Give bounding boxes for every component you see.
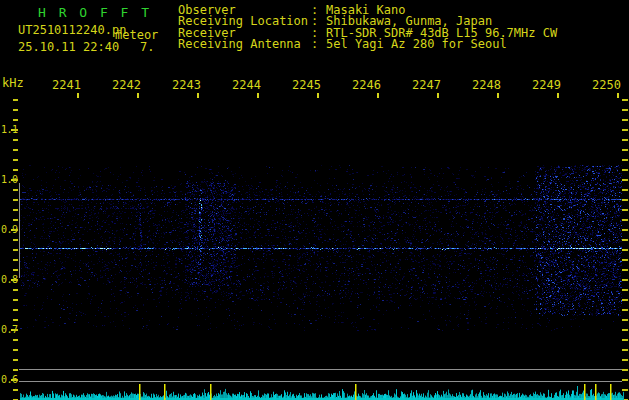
- time-label-2243: 2243: [172, 79, 201, 91]
- freq-unit-label: kHz: [2, 77, 24, 89]
- filename-label: UT2510112240.pn: [18, 24, 126, 36]
- station-info: Observer : Masaki Kano Receiving Locatio…: [178, 5, 557, 51]
- app-title: H R O F F T: [38, 5, 152, 20]
- echo-count-label: 7.: [140, 41, 154, 53]
- time-label-2249: 2249: [532, 79, 561, 91]
- time-label-2242: 2242: [112, 79, 141, 91]
- info-row-antenna: Receiving Antenna : 5el Yagi Az 280 for …: [178, 39, 557, 50]
- time-label-2248: 2248: [472, 79, 501, 91]
- time-label-2241: 2241: [52, 79, 81, 91]
- info-colon: :: [311, 39, 326, 50]
- time-label-2247: 2247: [412, 79, 441, 91]
- hrofft-screen: H R O F F T UT2510112240.pn m̈eteor 25.1…: [0, 0, 629, 400]
- time-label-2244: 2244: [232, 79, 261, 91]
- info-label: Receiving Antenna: [178, 39, 311, 50]
- datetime-label: 25.10.11 22:40: [18, 41, 119, 53]
- right-tick-column: [622, 99, 628, 400]
- spectrogram-canvas: [20, 96, 622, 362]
- time-label-2246: 2246: [352, 79, 381, 91]
- signal-strip-canvas: [19, 362, 624, 400]
- time-label-2245: 2245: [292, 79, 321, 91]
- left-tick-column: [13, 99, 18, 400]
- info-value: 5el Yagi Az 280 for Seoul: [326, 39, 507, 50]
- time-label-2250: 2250: [592, 79, 621, 91]
